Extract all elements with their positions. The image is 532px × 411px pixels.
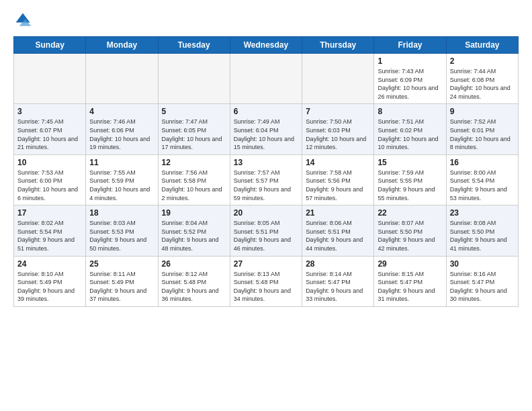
day-info: Sunrise: 8:00 AMSunset: 5:54 PMDaylight:… (450, 169, 515, 202)
day-number: 1 (378, 56, 442, 66)
day-number: 10 (17, 158, 82, 167)
day-info: Sunrise: 7:53 AMSunset: 6:00 PMDaylight:… (17, 169, 82, 202)
day-number: 15 (378, 158, 442, 167)
day-number: 4 (89, 107, 154, 116)
day-info: Sunrise: 8:07 AMSunset: 5:50 PMDaylight:… (378, 219, 442, 253)
day-info: Sunrise: 8:10 AMSunset: 5:49 PMDaylight:… (17, 270, 82, 304)
day-number: 16 (450, 158, 515, 167)
day-number: 8 (378, 107, 442, 116)
day-number: 6 (234, 107, 298, 116)
logo (13, 11, 35, 30)
weekday-header-tuesday: Tuesday (158, 37, 230, 54)
calendar-cell (86, 54, 158, 104)
calendar-cell: 4Sunrise: 7:46 AMSunset: 6:06 PMDaylight… (86, 104, 158, 154)
day-info: Sunrise: 7:46 AMSunset: 6:06 PMDaylight:… (89, 118, 154, 151)
day-info: Sunrise: 8:14 AMSunset: 5:47 PMDaylight:… (306, 270, 370, 304)
calendar-body: 1Sunrise: 7:43 AMSunset: 6:09 PMDaylight… (14, 54, 519, 307)
day-number: 9 (450, 107, 515, 116)
day-number: 17 (17, 208, 82, 218)
weekday-header-thursday: Thursday (302, 37, 374, 54)
day-number: 11 (89, 158, 154, 167)
day-info: Sunrise: 8:15 AMSunset: 5:47 PMDaylight:… (378, 270, 442, 304)
day-info: Sunrise: 8:03 AMSunset: 5:53 PMDaylight:… (89, 219, 154, 253)
calendar-header: SundayMondayTuesdayWednesdayThursdayFrid… (14, 37, 519, 54)
calendar-cell (302, 54, 374, 104)
day-info: Sunrise: 8:12 AMSunset: 5:48 PMDaylight:… (162, 270, 226, 304)
weekday-header-friday: Friday (374, 37, 446, 54)
weekday-header-sunday: Sunday (14, 37, 86, 54)
calendar: SundayMondayTuesdayWednesdayThursdayFrid… (13, 36, 519, 307)
day-number: 24 (17, 259, 82, 269)
day-number: 13 (234, 158, 298, 167)
day-info: Sunrise: 7:43 AMSunset: 6:09 PMDaylight:… (378, 67, 442, 101)
day-info: Sunrise: 7:55 AMSunset: 5:59 PMDaylight:… (89, 169, 154, 202)
day-number: 18 (89, 208, 154, 218)
week-row-4: 17Sunrise: 8:02 AMSunset: 5:54 PMDayligh… (14, 205, 519, 256)
day-number: 27 (234, 259, 298, 269)
weekday-header-wednesday: Wednesday (230, 37, 302, 54)
day-info: Sunrise: 7:51 AMSunset: 6:02 PMDaylight:… (378, 118, 442, 151)
calendar-cell: 30Sunrise: 8:16 AMSunset: 5:47 PMDayligh… (446, 256, 518, 306)
week-row-3: 10Sunrise: 7:53 AMSunset: 6:00 PMDayligh… (14, 154, 519, 205)
day-info: Sunrise: 7:58 AMSunset: 5:56 PMDaylight:… (306, 169, 370, 202)
header (13, 11, 519, 30)
day-number: 29 (378, 259, 442, 269)
day-info: Sunrise: 7:50 AMSunset: 6:03 PMDaylight:… (306, 118, 370, 151)
calendar-cell: 23Sunrise: 8:08 AMSunset: 5:50 PMDayligh… (446, 205, 518, 256)
calendar-cell: 20Sunrise: 8:05 AMSunset: 5:51 PMDayligh… (230, 205, 302, 256)
day-number: 22 (378, 208, 442, 218)
day-info: Sunrise: 7:44 AMSunset: 6:08 PMDaylight:… (450, 67, 515, 101)
week-row-5: 24Sunrise: 8:10 AMSunset: 5:49 PMDayligh… (14, 256, 519, 306)
day-number: 28 (306, 259, 370, 269)
calendar-cell: 15Sunrise: 7:59 AMSunset: 5:55 PMDayligh… (374, 154, 446, 205)
day-info: Sunrise: 7:57 AMSunset: 5:57 PMDaylight:… (234, 169, 298, 202)
day-number: 19 (162, 208, 226, 218)
calendar-cell: 8Sunrise: 7:51 AMSunset: 6:02 PMDaylight… (374, 104, 446, 154)
calendar-cell: 26Sunrise: 8:12 AMSunset: 5:48 PMDayligh… (158, 256, 230, 306)
logo-icon (13, 11, 32, 30)
day-number: 3 (17, 107, 82, 116)
day-info: Sunrise: 8:06 AMSunset: 5:51 PMDaylight:… (306, 219, 370, 253)
weekday-header-monday: Monday (86, 37, 158, 54)
calendar-cell: 12Sunrise: 7:56 AMSunset: 5:58 PMDayligh… (158, 154, 230, 205)
day-number: 20 (234, 208, 298, 218)
calendar-cell: 21Sunrise: 8:06 AMSunset: 5:51 PMDayligh… (302, 205, 374, 256)
day-number: 12 (162, 158, 226, 167)
day-number: 26 (162, 259, 226, 269)
page: SundayMondayTuesdayWednesdayThursdayFrid… (0, 0, 532, 315)
weekday-row: SundayMondayTuesdayWednesdayThursdayFrid… (14, 37, 519, 54)
day-info: Sunrise: 8:08 AMSunset: 5:50 PMDaylight:… (450, 219, 515, 253)
calendar-cell: 14Sunrise: 7:58 AMSunset: 5:56 PMDayligh… (302, 154, 374, 205)
calendar-cell: 11Sunrise: 7:55 AMSunset: 5:59 PMDayligh… (86, 154, 158, 205)
calendar-cell: 25Sunrise: 8:11 AMSunset: 5:49 PMDayligh… (86, 256, 158, 306)
calendar-cell: 1Sunrise: 7:43 AMSunset: 6:09 PMDaylight… (374, 54, 446, 104)
calendar-cell: 28Sunrise: 8:14 AMSunset: 5:47 PMDayligh… (302, 256, 374, 306)
day-info: Sunrise: 7:52 AMSunset: 6:01 PMDaylight:… (450, 118, 515, 151)
day-info: Sunrise: 7:56 AMSunset: 5:58 PMDaylight:… (162, 169, 226, 202)
svg-marker-0 (16, 13, 30, 23)
calendar-cell (158, 54, 230, 104)
day-number: 25 (89, 259, 154, 269)
day-info: Sunrise: 8:05 AMSunset: 5:51 PMDaylight:… (234, 219, 298, 253)
calendar-cell: 7Sunrise: 7:50 AMSunset: 6:03 PMDaylight… (302, 104, 374, 154)
calendar-cell: 3Sunrise: 7:45 AMSunset: 6:07 PMDaylight… (14, 104, 86, 154)
day-info: Sunrise: 8:16 AMSunset: 5:47 PMDaylight:… (450, 270, 515, 304)
day-number: 14 (306, 158, 370, 167)
day-info: Sunrise: 7:45 AMSunset: 6:07 PMDaylight:… (17, 118, 82, 151)
calendar-cell: 5Sunrise: 7:47 AMSunset: 6:05 PMDaylight… (158, 104, 230, 154)
day-info: Sunrise: 7:47 AMSunset: 6:05 PMDaylight:… (162, 118, 226, 151)
week-row-1: 1Sunrise: 7:43 AMSunset: 6:09 PMDaylight… (14, 54, 519, 104)
day-number: 21 (306, 208, 370, 218)
weekday-header-saturday: Saturday (446, 37, 518, 54)
calendar-cell (230, 54, 302, 104)
day-info: Sunrise: 8:11 AMSunset: 5:49 PMDaylight:… (89, 270, 154, 304)
calendar-cell: 17Sunrise: 8:02 AMSunset: 5:54 PMDayligh… (14, 205, 86, 256)
day-info: Sunrise: 8:13 AMSunset: 5:48 PMDaylight:… (234, 270, 298, 304)
day-number: 30 (450, 259, 515, 269)
calendar-cell: 24Sunrise: 8:10 AMSunset: 5:49 PMDayligh… (14, 256, 86, 306)
calendar-cell: 6Sunrise: 7:49 AMSunset: 6:04 PMDaylight… (230, 104, 302, 154)
day-number: 7 (306, 107, 370, 116)
day-info: Sunrise: 8:02 AMSunset: 5:54 PMDaylight:… (17, 219, 82, 253)
calendar-cell: 27Sunrise: 8:13 AMSunset: 5:48 PMDayligh… (230, 256, 302, 306)
calendar-cell: 16Sunrise: 8:00 AMSunset: 5:54 PMDayligh… (446, 154, 518, 205)
